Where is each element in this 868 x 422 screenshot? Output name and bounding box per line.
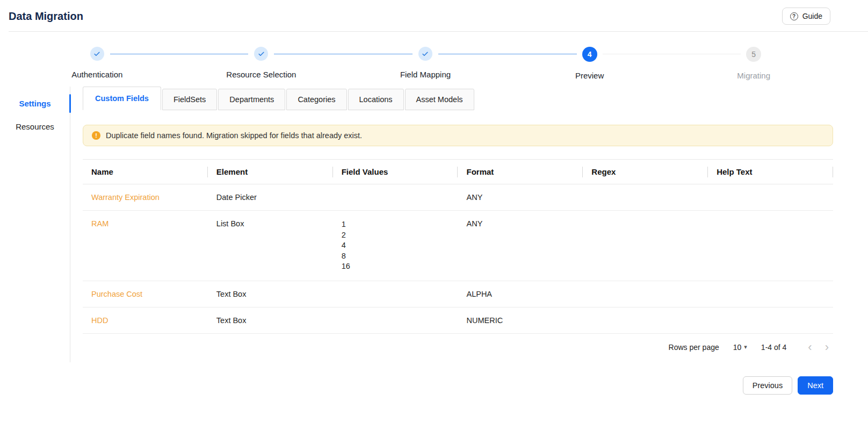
pagination-range-label: 1-4 of 4 <box>761 343 786 352</box>
previous-page-icon[interactable]: ‹ <box>808 344 812 351</box>
step-2-label: Resource Selection <box>226 70 296 79</box>
content-area: Custom Fields FieldSets Departments Cate… <box>70 87 833 362</box>
step-2-circle <box>254 47 268 61</box>
question-circle-icon: ? <box>790 12 798 20</box>
step-3-circle <box>418 47 432 61</box>
tab-categories[interactable]: Categories <box>286 89 346 110</box>
field-values-cell <box>333 307 458 333</box>
page-header: Data Migration ? Guide <box>0 0 868 31</box>
regex-cell <box>583 281 708 307</box>
page-title: Data Migration <box>9 10 83 23</box>
format-cell: ALPHA <box>458 281 583 307</box>
duplicate-warning-banner: ! Duplicate field names found. Migration… <box>83 125 833 146</box>
table-header: Name Element Field Values Format Regex H… <box>83 160 833 184</box>
main-area: Settings Resources Custom Fields FieldSe… <box>0 87 833 362</box>
table-row: HDD Text Box NUMERIC <box>83 307 833 333</box>
step-1-circle <box>90 47 104 61</box>
rows-per-page-select[interactable]: 10 ▾ <box>733 343 747 352</box>
rows-per-page-label: Rows per page <box>669 343 719 352</box>
regex-cell <box>583 211 708 281</box>
table-pagination: Rows per page 10 ▾ 1-4 of 4 ‹ › <box>83 334 833 362</box>
sidebar-item-settings[interactable]: Settings <box>0 92 70 115</box>
column-header-format: Format <box>458 160 583 184</box>
help-text-cell <box>708 281 833 307</box>
table-header-row: Name Element Field Values Format Regex H… <box>83 160 833 184</box>
guide-button-label: Guide <box>802 12 822 20</box>
table-row: RAM List Box 1 2 4 8 16 ANY <box>83 211 833 281</box>
step-migrating: 5 Migrating <box>671 47 836 80</box>
previous-button[interactable]: Previous <box>743 376 792 395</box>
sidebar-item-resources[interactable]: Resources <box>0 115 70 138</box>
step-3-label: Field Mapping <box>400 70 451 79</box>
format-cell: NUMERIC <box>458 307 583 333</box>
format-cell: ANY <box>458 211 583 281</box>
format-cell: ANY <box>458 184 583 211</box>
guide-button[interactable]: ? Guide <box>782 8 830 25</box>
column-header-regex: Regex <box>583 160 708 184</box>
check-icon <box>93 51 100 58</box>
next-page-icon[interactable]: › <box>825 344 829 351</box>
rows-per-page-value: 10 <box>733 343 742 352</box>
help-text-cell <box>708 184 833 211</box>
step-preview: 4 Preview <box>508 47 672 80</box>
help-text-cell <box>708 307 833 333</box>
field-values-cell <box>333 184 458 211</box>
regex-cell <box>583 184 708 211</box>
warning-icon: ! <box>92 131 100 140</box>
warning-text: Duplicate field names found. Migration s… <box>106 131 362 140</box>
sidebar: Settings Resources <box>0 87 70 362</box>
field-name-link[interactable]: Warranty Expiration <box>91 193 160 202</box>
column-header-name: Name <box>83 160 208 184</box>
pager-arrows: ‹ › <box>808 344 829 351</box>
step-resource-selection: Resource Selection <box>179 47 344 80</box>
column-header-element: Element <box>208 160 333 184</box>
element-cell: Date Picker <box>208 184 333 211</box>
field-values-cell <box>333 281 458 307</box>
element-cell: Text Box <box>208 307 333 333</box>
field-name-link[interactable]: Purchase Cost <box>91 290 142 298</box>
check-icon <box>258 51 265 58</box>
sidebar-item-resources-label: Resources <box>16 122 54 131</box>
field-values-cell: 1 2 4 8 16 <box>333 211 458 281</box>
tab-custom-fields[interactable]: Custom Fields <box>83 87 161 110</box>
step-1-label: Authentication <box>71 70 122 79</box>
custom-fields-table: Name Element Field Values Format Regex H… <box>83 159 833 334</box>
step-5-circle: 5 <box>746 47 761 62</box>
migration-stepper: Authentication Resource Selection Field … <box>0 32 868 82</box>
step-5-label: Migrating <box>737 71 770 80</box>
table-row: Purchase Cost Text Box ALPHA <box>83 281 833 307</box>
column-header-help-text: Help Text <box>708 160 833 184</box>
element-cell: Text Box <box>208 281 333 307</box>
table-row: Warranty Expiration Date Picker ANY <box>83 184 833 211</box>
footer-actions: Previous Next <box>0 376 833 395</box>
element-cell: List Box <box>208 211 333 281</box>
field-name-link[interactable]: RAM <box>91 219 108 228</box>
check-icon <box>422 51 429 58</box>
tab-locations[interactable]: Locations <box>348 89 404 110</box>
next-button[interactable]: Next <box>798 376 833 395</box>
help-text-cell <box>708 211 833 281</box>
field-name-link[interactable]: HDD <box>91 316 108 325</box>
step-field-mapping: Field Mapping <box>343 47 508 80</box>
step-4-circle: 4 <box>582 47 597 62</box>
tab-bar: Custom Fields FieldSets Departments Cate… <box>83 87 833 110</box>
chevron-down-icon: ▾ <box>744 344 747 351</box>
step-authentication: Authentication <box>15 47 179 80</box>
step-4-label: Preview <box>575 71 604 80</box>
tab-fieldsets[interactable]: FieldSets <box>162 89 217 110</box>
tab-departments[interactable]: Departments <box>218 89 285 110</box>
column-header-field-values: Field Values <box>333 160 458 184</box>
regex-cell <box>583 307 708 333</box>
tab-asset-models[interactable]: Asset Models <box>405 89 474 110</box>
sidebar-item-settings-label: Settings <box>19 99 50 108</box>
